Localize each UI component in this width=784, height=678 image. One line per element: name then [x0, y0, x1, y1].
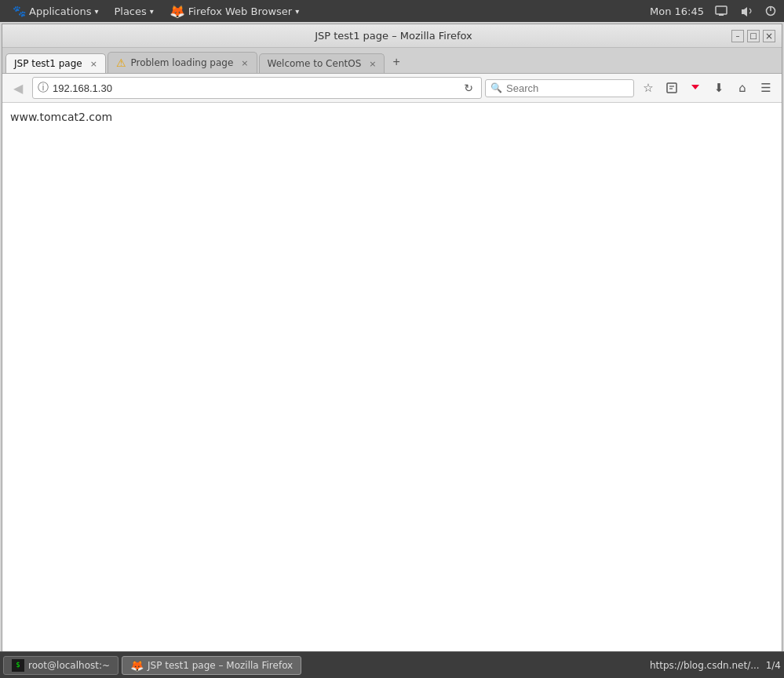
browser-window: JSP test1 page – Mozilla Firefox – □ × J…: [2, 24, 782, 654]
screen-icon[interactable]: [713, 4, 729, 18]
applications-menu[interactable]: 🐾 Applications ▾: [6, 3, 104, 19]
system-bar: 🐾 Applications ▾ Places ▾ 🦊 Firefox Web …: [0, 0, 784, 22]
terminal-taskbar-item[interactable]: $ root@localhost:~: [3, 656, 119, 657]
new-tab-button[interactable]: +: [386, 51, 406, 73]
browser-arrow: ▾: [295, 7, 299, 16]
tab3-close[interactable]: ×: [369, 59, 376, 69]
tab2-close[interactable]: ×: [241, 58, 248, 68]
page-main-text: www.tomcat2.com: [10, 111, 112, 123]
minimize-button[interactable]: –: [731, 30, 744, 42]
toolbar-icons: ☆ ⬇ ⌂ ☰: [637, 77, 777, 99]
address-bar[interactable]: ⓘ ↻: [32, 77, 482, 99]
bookmark-star-button[interactable]: ☆: [637, 77, 659, 99]
tab-problem-loading[interactable]: ⚠ Problem loading page ×: [108, 52, 257, 73]
address-input[interactable]: [53, 82, 457, 94]
info-icon: ⓘ: [38, 81, 49, 95]
home-button[interactable]: ⌂: [731, 77, 753, 99]
places-label: Places: [114, 5, 146, 17]
downloads-button[interactable]: ⬇: [708, 77, 730, 99]
window-title: JSP test1 page – Mozilla Firefox: [56, 30, 731, 42]
back-button[interactable]: ◀: [7, 77, 29, 99]
browser-label: Firefox Web Browser: [188, 5, 292, 17]
tab3-label: Welcome to CentOS: [268, 58, 362, 69]
firefox-menu[interactable]: 🦊 Firefox Web Browser ▾: [163, 2, 305, 20]
tab-bar: JSP test1 page × ⚠ Problem loading page …: [2, 48, 782, 74]
tab2-label: Problem loading page: [130, 57, 233, 68]
nav-bar: ◀ ⓘ ↻ 🔍 ☆ ⬇ ⌂ ☰: [2, 74, 782, 103]
search-icon: 🔍: [490, 82, 502, 93]
bookmarks-button[interactable]: [661, 77, 683, 99]
places-arrow: ▾: [150, 7, 154, 16]
svg-rect-0: [716, 6, 727, 14]
close-button[interactable]: ×: [763, 30, 775, 42]
pocket-button[interactable]: [684, 77, 706, 99]
menu-button[interactable]: ☰: [755, 77, 777, 99]
reload-button[interactable]: ↻: [461, 80, 476, 96]
search-input[interactable]: [506, 82, 608, 94]
warning-icon: ⚠: [116, 56, 126, 69]
system-bar-left: 🐾 Applications ▾ Places ▾ 🦊 Firefox Web …: [6, 2, 305, 20]
tab-jsp-test1[interactable]: JSP test1 page ×: [5, 53, 106, 73]
taskbar-left: $ root@localhost:~ 🦊 JSP test1 page – Mo…: [3, 656, 301, 657]
system-bar-right: Mon 16:45: [650, 4, 778, 18]
browser-taskbar-item[interactable]: 🦊 JSP test1 page – Mozilla Firefox: [122, 656, 301, 657]
search-bar[interactable]: 🔍: [485, 79, 634, 97]
maximize-button[interactable]: □: [747, 30, 760, 42]
power-icon[interactable]: [764, 4, 778, 18]
tab-welcome-centos[interactable]: Welcome to CentOS ×: [259, 53, 385, 73]
taskbar: $ root@localhost:~ 🦊 JSP test1 page – Mo…: [0, 651, 784, 656]
firefox-icon: 🦊: [170, 4, 185, 19]
tab1-label: JSP test1 page: [14, 58, 82, 69]
places-menu[interactable]: Places ▾: [108, 4, 159, 19]
volume-icon[interactable]: [738, 4, 754, 18]
title-bar: JSP test1 page – Mozilla Firefox – □ ×: [2, 24, 782, 48]
applications-icon: 🐾: [13, 5, 26, 17]
applications-label: Applications: [29, 5, 91, 17]
tab1-close[interactable]: ×: [90, 59, 97, 69]
applications-arrow: ▾: [94, 7, 98, 16]
page-content: www.tomcat2.com: [2, 103, 782, 654]
svg-rect-4: [667, 83, 676, 93]
window-controls: – □ ×: [731, 30, 775, 42]
svg-rect-1: [719, 14, 724, 16]
system-clock: Mon 16:45: [650, 5, 704, 17]
